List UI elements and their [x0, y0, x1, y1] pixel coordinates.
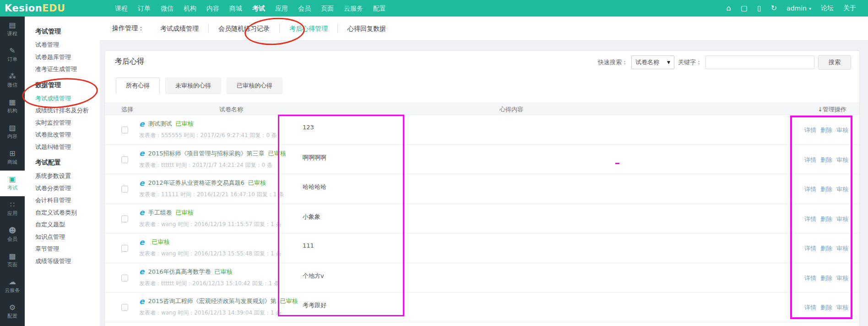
paper-title-link[interactable]: 2012年证券从业资格证券交易真题6	[148, 179, 244, 187]
paper-title-link[interactable]: 手工组卷	[148, 209, 172, 217]
submenu-item-paper-grading[interactable]: 试卷批改管理	[35, 129, 96, 141]
thought-content: 111	[303, 242, 314, 249]
home-icon[interactable]: ⌂	[727, 5, 731, 12]
audit-link[interactable]: 审核	[836, 274, 848, 282]
optab-post-exam-thoughts[interactable]: 考后心得管理	[279, 24, 337, 33]
topmenu-organization[interactable]: 机构	[179, 0, 201, 17]
submenu-item-question-bank[interactable]: 试卷题库管理	[35, 51, 96, 64]
topmenu-apps[interactable]: 应用	[270, 0, 293, 17]
tab-all-thoughts[interactable]: 所有心得	[116, 77, 160, 94]
sidebar-item-content[interactable]: ▧内容	[0, 119, 25, 145]
submenu-item-paper-mgmt[interactable]: 试卷管理	[35, 39, 96, 51]
submenu-item-custom-paper-type[interactable]: 自定义试卷类别	[35, 207, 96, 219]
sidebar-item-mall[interactable]: ⊞商城	[0, 145, 25, 171]
keyword-input[interactable]	[705, 55, 814, 69]
sidebar-item-pages[interactable]: ▩页面	[0, 248, 25, 273]
submenu-item-error-correction[interactable]: 试题纠错管理	[35, 141, 96, 154]
optab-random-practice[interactable]: 会员随机练习记录	[208, 24, 279, 33]
mobile-icon[interactable]: ▯	[757, 5, 761, 12]
audit-link[interactable]: 审核	[836, 215, 848, 223]
sidebar-item-organization[interactable]: ▦机构	[0, 94, 25, 119]
audit-link[interactable]: 审核	[836, 156, 848, 164]
submenu-item-score-stats[interactable]: 成绩统计排名及分析	[35, 105, 96, 117]
search-button[interactable]: 搜索	[818, 55, 851, 70]
optab-score-mgmt[interactable]: 考试成绩管理	[151, 24, 208, 33]
sidebar-item-cloud[interactable]: ☁云服务	[0, 273, 25, 299]
submenu-item-realtime-monitor[interactable]: 实时监控管理	[35, 117, 96, 129]
audit-link[interactable]: 审核	[836, 304, 848, 312]
row-checkbox[interactable]	[121, 215, 128, 222]
ie-browser-icon: e	[139, 268, 145, 276]
refresh-icon[interactable]: ↻	[771, 5, 777, 12]
tab-audited-thoughts[interactable]: 已审核的心得	[227, 77, 282, 94]
topmenu-members[interactable]: 会员	[293, 0, 316, 17]
forum-link[interactable]: 论坛	[821, 4, 834, 12]
optab-reply-data[interactable]: 心得回复数据	[337, 24, 396, 33]
ie-browser-icon: e	[139, 120, 145, 128]
sidebar-item-members[interactable]: ☻会员	[0, 222, 25, 248]
desktop-icon[interactable]: ▢	[741, 5, 748, 12]
thought-content: 123	[303, 124, 314, 131]
audit-link[interactable]: 审核	[836, 126, 848, 134]
row-checkbox[interactable]	[121, 186, 128, 193]
delete-link[interactable]: 删除	[820, 274, 832, 282]
topmenu-cloud[interactable]: 云服务	[339, 0, 368, 17]
share-nodes-icon: ⁂	[9, 73, 16, 80]
topmenu-mall[interactable]: 商城	[224, 0, 247, 17]
submenu-item-system-params[interactable]: 系统参数设置	[35, 170, 96, 182]
sidebar-item-apps[interactable]: ∷应用	[0, 196, 25, 222]
sidebar-item-wechat[interactable]: ⁂微信	[0, 68, 25, 94]
topmenu-pages[interactable]: 页面	[316, 0, 339, 17]
tab-unaudited-thoughts[interactable]: 未审核的心得	[165, 77, 221, 94]
delete-link[interactable]: 删除	[820, 244, 832, 253]
user-menu[interactable]: admin ▾	[787, 5, 811, 12]
delete-link[interactable]: 删除	[820, 215, 832, 223]
paper-title-link[interactable]: 测试测试	[148, 120, 172, 128]
row-checkbox[interactable]	[121, 127, 128, 133]
row-checkbox[interactable]	[121, 275, 128, 282]
app-logo[interactable]: KesionEDU	[5, 3, 65, 14]
paper-title-link[interactable]: 2015咨询工程师《宏观经济政策与发展规划》第	[148, 297, 277, 305]
submenu-item-accounting-subject[interactable]: 会计科目管理	[35, 194, 96, 207]
submenu-item-paper-category[interactable]: 试卷分类管理	[35, 182, 96, 195]
delete-link[interactable]: 删除	[820, 185, 832, 193]
submenu-item-score-mgmt[interactable]: 考试成绩管理	[35, 93, 96, 105]
submenu-item-knowledge-points[interactable]: 知识点管理	[35, 231, 96, 243]
detail-link[interactable]: 详情	[804, 304, 816, 312]
detail-link[interactable]: 详情	[804, 185, 816, 193]
detail-link[interactable]: 详情	[804, 126, 816, 134]
sidebar-item-courses[interactable]: ▤课程	[0, 17, 25, 42]
thought-content: 个地方v	[303, 272, 324, 280]
paper-title-link[interactable]: 2016年仿真高考数学卷	[148, 268, 211, 276]
sidebar-item-config[interactable]: ⚙配置	[0, 299, 25, 325]
submenu-item-grade-levels[interactable]: 成绩等级管理	[35, 255, 96, 268]
paper-title-link[interactable]: 2015招标师《项目管理与招标采购》第三章	[148, 149, 265, 158]
delete-link[interactable]: 删除	[820, 156, 832, 164]
delete-link[interactable]: 删除	[820, 126, 832, 134]
topmenu-wechat[interactable]: 微信	[156, 0, 179, 17]
topmenu-exam[interactable]: 考试	[247, 0, 270, 17]
sidebar-item-exam[interactable]: ▣考试	[0, 171, 25, 196]
row-checkbox[interactable]	[121, 245, 128, 252]
submenu-item-admission-ticket[interactable]: 准考证生成管理	[35, 63, 96, 76]
detail-link[interactable]: 详情	[804, 215, 816, 223]
col-actions-sort[interactable]: ↓管理操作	[818, 105, 846, 114]
topmenu-courses[interactable]: 课程	[110, 0, 133, 17]
detail-link[interactable]: 详情	[804, 244, 816, 253]
submenu-item-custom-question-type[interactable]: 自定义题型	[35, 219, 96, 231]
search-field-select[interactable]: 试卷名称 ▼	[631, 55, 674, 69]
audit-link[interactable]: 审核	[836, 185, 848, 193]
detail-link[interactable]: 详情	[804, 274, 816, 282]
document-stack-icon: ▧	[9, 124, 16, 132]
audit-link[interactable]: 审核	[836, 244, 848, 253]
detail-link[interactable]: 详情	[804, 156, 816, 164]
delete-link[interactable]: 删除	[820, 304, 832, 312]
sidebar-item-orders[interactable]: ✎订单	[0, 42, 25, 68]
topmenu-config[interactable]: 配置	[368, 0, 391, 17]
submenu-item-chapter-mgmt[interactable]: 章节管理	[35, 243, 96, 255]
topmenu-content[interactable]: 内容	[201, 0, 224, 17]
row-checkbox[interactable]	[121, 156, 128, 163]
about-link[interactable]: 关于	[843, 4, 856, 12]
row-checkbox[interactable]	[121, 304, 128, 311]
topmenu-orders[interactable]: 订单	[133, 0, 156, 17]
